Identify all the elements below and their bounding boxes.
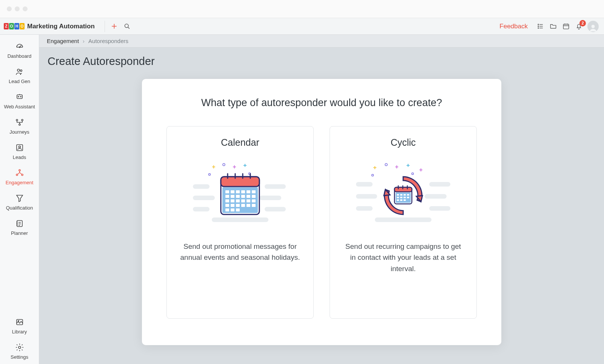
svg-rect-87 [407,197,409,198]
sidebar-item-label: Dashboard [8,53,32,59]
create-button[interactable] [108,20,121,33]
svg-rect-45 [252,190,256,193]
svg-rect-63 [252,204,256,207]
option-calendar[interactable]: Calendar [166,126,314,319]
traffic-light-close[interactable] [7,6,12,11]
divider [105,21,105,32]
svg-rect-33 [265,184,286,189]
svg-rect-51 [252,195,256,198]
svg-rect-56 [247,199,250,202]
feedback-link[interactable]: Feedback [499,23,528,30]
svg-rect-46 [225,195,229,198]
svg-rect-59 [231,204,234,207]
calendar-button[interactable] [559,20,572,33]
svg-point-27 [223,163,225,166]
tasklist-button[interactable] [534,20,547,33]
svg-rect-89 [400,199,402,201]
svg-rect-50 [247,195,250,198]
svg-point-19 [22,174,23,176]
svg-rect-38 [221,177,259,187]
svg-rect-61 [241,204,245,207]
svg-point-23 [17,225,17,225]
folder-button[interactable] [547,20,559,33]
svg-rect-65 [231,208,234,211]
sidebar-item-label: Engagement [6,180,34,185]
svg-point-25 [18,321,19,322]
calendar-illustration-icon [193,158,287,230]
svg-point-28 [209,174,211,176]
svg-point-1 [538,24,539,25]
svg-point-8 [20,70,22,72]
search-button[interactable] [121,20,134,33]
page-title: Create Autoresponder [48,55,596,68]
svg-rect-57 [252,199,256,202]
autoresponder-type-panel: What type of autoresponder would you lik… [142,79,501,345]
sidebar-item-library[interactable]: Library [0,313,39,339]
sidebar-item-journeys[interactable]: Journeys [0,114,39,139]
svg-rect-86 [404,197,406,198]
svg-point-69 [412,173,414,175]
breadcrumb-parent[interactable]: Engagement [47,38,79,44]
option-title: Cyclic [391,137,416,148]
plus-icon [111,23,118,30]
svg-point-22 [17,223,17,224]
svg-rect-84 [397,197,399,198]
app-logo[interactable]: Z O H O Marketing Automation [4,23,102,30]
breadcrumb-current: Autoresponders [88,38,128,44]
svg-rect-90 [404,199,406,201]
leads-icon [15,143,24,152]
svg-rect-80 [397,194,399,196]
sidebar-item-planner[interactable]: Planner [0,215,39,240]
svg-point-11 [20,96,21,97]
svg-rect-58 [225,204,229,207]
cyclic-illustration-icon [356,158,450,230]
svg-rect-66 [236,208,240,211]
planner-icon [15,219,24,228]
svg-point-21 [17,222,17,222]
svg-rect-35 [265,207,286,211]
dashboard-icon [15,42,24,51]
traffic-light-max[interactable] [23,6,28,11]
svg-rect-71 [356,194,377,199]
svg-rect-54 [236,199,240,202]
svg-rect-62 [247,204,250,207]
svg-rect-36 [212,217,268,222]
library-icon [15,318,24,327]
svg-rect-60 [236,204,240,207]
svg-rect-53 [231,199,234,202]
traffic-light-min[interactable] [15,6,20,11]
svg-rect-72 [356,206,373,211]
svg-point-12 [16,119,18,121]
svg-rect-40 [225,190,229,193]
svg-rect-47 [231,195,234,198]
option-description: Send out promotional messages for annual… [177,241,303,263]
svg-point-67 [385,163,387,166]
sidebar-item-webassistant[interactable]: Web Assistant [0,88,39,114]
option-cyclic[interactable]: Cyclic [330,126,477,319]
sidebar-item-dashboard[interactable]: Dashboard [0,38,39,63]
sidebar-item-leadgen[interactable]: Lead Gen [0,63,39,88]
svg-point-18 [16,174,18,176]
qualification-icon [15,194,24,203]
logo-letter: Z [4,23,9,29]
folder-icon [550,23,557,30]
window-chrome [0,0,604,18]
svg-rect-4 [563,24,569,29]
sidebar-item-qualification[interactable]: Qualification [0,190,39,215]
breadcrumb: Engagement › Autoresponders [39,35,604,48]
sidebar-item-leads[interactable]: Leads [0,139,39,164]
sidebar-item-label: Leads [13,154,26,160]
sidebar-item-settings[interactable]: Settings [0,339,39,364]
avatar[interactable] [587,21,599,32]
sidebar-item-engagement[interactable]: Engagement [0,164,39,190]
svg-point-26 [18,346,21,349]
svg-point-3 [538,28,539,28]
svg-rect-30 [193,184,210,189]
logo-letter: O [20,23,25,29]
logo-letter: O [9,23,14,29]
engagement-icon [15,168,24,177]
notifications-button[interactable]: 2 [572,20,585,33]
zoho-logo-icon: Z O H O [4,23,25,29]
webassistant-icon [15,93,24,102]
svg-rect-9 [17,95,22,99]
